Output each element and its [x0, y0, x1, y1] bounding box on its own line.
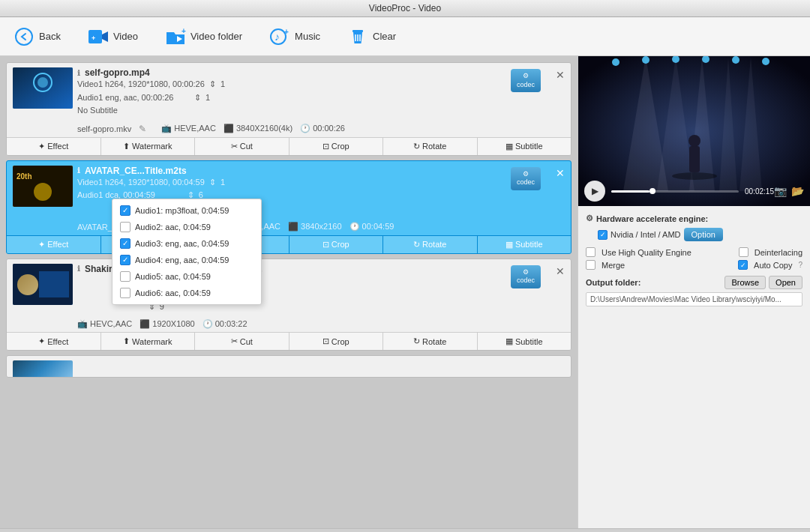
- audio-option-1[interactable]: ✓ Audio1: mp3float, 0:04:59: [112, 202, 261, 219]
- progress-bar[interactable]: [611, 190, 739, 193]
- crop-icon-3: ⊡: [322, 336, 329, 346]
- codec-btn-3[interactable]: ⚙ codec: [511, 265, 541, 288]
- crop-btn-2[interactable]: ⊡ Crop: [290, 236, 384, 253]
- audio-check-4[interactable]: ✓: [120, 255, 130, 265]
- deinterlacing-checkbox[interactable]: [739, 247, 748, 257]
- autocopy-checkbox[interactable]: ✓: [738, 260, 748, 270]
- svg-point-32: [732, 56, 740, 64]
- svg-rect-9: [352, 30, 363, 32]
- codec-btn-1[interactable]: ⚙ codec: [511, 69, 541, 92]
- subtitle-icon-1: ▦: [506, 142, 513, 151]
- video-filename-1: self-gopro.mp4: [85, 67, 150, 78]
- svg-text:+: +: [284, 28, 289, 36]
- subtitle-btn-3[interactable]: ▦ Subtitle: [478, 333, 572, 350]
- audio-option-5[interactable]: Audio5: aac, 0:04:59: [112, 268, 261, 285]
- merge-checkbox[interactable]: [586, 260, 596, 270]
- audio-option-2[interactable]: Audio2: aac, 0:04:59: [112, 219, 261, 235]
- video-thumb-3: [13, 264, 73, 305]
- subtitle-icon-3: ▦: [506, 336, 513, 346]
- audio-check-6[interactable]: [120, 288, 130, 298]
- back-icon: [14, 28, 34, 46]
- close-btn-3[interactable]: ✕: [556, 265, 565, 277]
- watermark-btn-1[interactable]: ⬆ Watermark: [101, 138, 196, 155]
- svg-point-20: [17, 274, 38, 295]
- close-btn-1[interactable]: ✕: [556, 69, 565, 81]
- audio-check-3[interactable]: ✓: [120, 238, 130, 249]
- crop-btn-1[interactable]: ⊡ Crop: [290, 138, 384, 155]
- back-button[interactable]: Back: [8, 25, 67, 49]
- rotate-btn-1[interactable]: ↻ Rotate: [383, 138, 478, 155]
- rotate-btn-3[interactable]: ↻ Rotate: [383, 333, 478, 350]
- video-title-1: ℹ self-gopro.mp4: [77, 67, 500, 78]
- info-icon-2[interactable]: ℹ: [77, 166, 80, 175]
- output-name-1: self-gopro.mkv: [77, 124, 131, 133]
- watermark-btn-3[interactable]: ⬆ Watermark: [101, 333, 196, 350]
- audio-option-6[interactable]: Audio6: aac, 0:04:59: [112, 285, 261, 301]
- help-icon[interactable]: ?: [798, 261, 802, 269]
- video-folder-button[interactable]: + Video folder: [159, 25, 248, 49]
- hw-engine-icon: ⚙: [586, 214, 593, 223]
- nvidia-label: Nvidia / Intel / AMD: [610, 230, 681, 239]
- codec-icon-1: ⚙: [517, 72, 535, 81]
- effect-icon-1: ✦: [38, 142, 45, 151]
- option-button[interactable]: Option: [684, 228, 723, 241]
- svg-rect-21: [39, 271, 69, 297]
- svg-point-28: [612, 58, 620, 66]
- screenshot-icon[interactable]: 📷: [774, 185, 787, 197]
- music-button[interactable]: ♪+ Music: [263, 25, 326, 49]
- video-icon: +: [88, 28, 109, 46]
- hw-title: ⚙ Hardware accelerate engine:: [586, 214, 802, 223]
- high-quality-checkbox[interactable]: [586, 247, 596, 257]
- effect-icon-3: ✦: [38, 336, 45, 346]
- cut-btn-1[interactable]: ✂ Cut: [195, 138, 290, 155]
- info-icon-3[interactable]: ℹ: [77, 265, 80, 273]
- folder-buttons: Browse Open: [724, 276, 802, 289]
- audio-option-4[interactable]: ✓ Audio4: eng, aac, 0:04:59: [112, 252, 261, 268]
- svg-text:20th: 20th: [16, 172, 32, 181]
- audio-label-6: Audio6: aac, 0:04:59: [135, 288, 211, 297]
- video-output-row-3: 📺 HEVC,AAC ⬛ 1920X1080 🕐 00:03:22: [7, 318, 571, 332]
- edit-icon-1[interactable]: ✎: [139, 124, 146, 134]
- close-btn-2[interactable]: ✕: [556, 167, 565, 179]
- toolbar: Back + Video + Video folder ♪+ Music Cle…: [0, 17, 810, 56]
- music-icon: ♪+: [269, 28, 290, 46]
- svg-point-36: [688, 135, 700, 147]
- codec-label-2: codec: [517, 178, 535, 187]
- play-button[interactable]: ▶: [584, 181, 605, 202]
- rotate-btn-2[interactable]: ↻ Rotate: [383, 236, 478, 253]
- subtitle-btn-1[interactable]: ▦ Subtitle: [478, 138, 572, 155]
- effect-btn-2[interactable]: ✦ Effect: [7, 236, 101, 253]
- effect-btn-3[interactable]: ✦ Effect: [7, 333, 101, 350]
- left-panel: ℹ self-gopro.mp4 Video1 h264, 1920*1080,…: [0, 56, 578, 528]
- audio-check-1[interactable]: ✓: [120, 205, 130, 216]
- audio-option-3[interactable]: ✓ Audio3: eng, aac, 0:04:59: [112, 235, 261, 252]
- crop-btn-3[interactable]: ⊡ Crop: [290, 333, 384, 350]
- cut-icon-1: ✂: [231, 142, 238, 151]
- info-icon-1[interactable]: ℹ: [77, 69, 80, 77]
- svg-point-18: [34, 183, 52, 201]
- rotate-icon-2: ↻: [413, 240, 420, 250]
- audio-label-2: Audio2: aac, 0:04:59: [135, 223, 211, 232]
- open-button[interactable]: Open: [769, 276, 802, 289]
- clear-icon: [347, 28, 368, 46]
- browse-button[interactable]: Browse: [724, 276, 766, 289]
- svg-text:+: +: [182, 28, 186, 35]
- nvidia-checkbox[interactable]: ✓: [598, 230, 608, 240]
- cut-btn-3[interactable]: ✂ Cut: [195, 333, 290, 350]
- svg-text:+: +: [92, 34, 95, 42]
- audio-check-5[interactable]: [120, 271, 130, 282]
- subtitle-btn-2[interactable]: ▦ Subtitle: [478, 236, 572, 253]
- folder-open-icon[interactable]: 📂: [791, 185, 804, 197]
- hw-nvidia-row: ✓ Nvidia / Intel / AMD Option: [598, 228, 802, 241]
- svg-point-15: [38, 77, 48, 88]
- clear-button[interactable]: Clear: [341, 25, 402, 49]
- video-info-1: ℹ self-gopro.mp4 Video1 h264, 1920*1080,…: [77, 67, 500, 118]
- codec-btn-2[interactable]: ⚙ codec: [511, 167, 541, 190]
- audio-check-2[interactable]: [120, 222, 130, 232]
- video-thumb-2: 20th: [13, 166, 73, 207]
- folder-label-row: Output folder: Browse Open: [586, 276, 802, 289]
- effect-btn-1[interactable]: ✦ Effect: [7, 138, 101, 155]
- video-button[interactable]: + Video: [82, 25, 144, 49]
- progress-dot: [650, 188, 656, 194]
- video-item-1: ℹ self-gopro.mp4 Video1 h264, 1920*1080,…: [6, 62, 572, 156]
